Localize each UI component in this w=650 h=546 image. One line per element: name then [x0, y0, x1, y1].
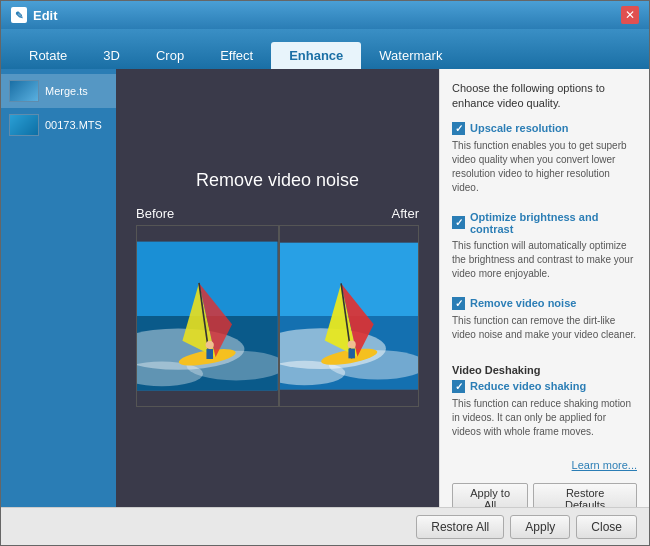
preview-container: Before After	[136, 206, 419, 407]
main-preview-panel: Remove video noise Before After	[116, 69, 439, 507]
learn-more-link[interactable]: Learn more...	[452, 459, 637, 471]
section-header-deshaking: Video Deshaking	[452, 364, 637, 376]
preview-title: Remove video noise	[196, 170, 359, 191]
checkbox-deshaking[interactable]	[452, 380, 465, 393]
sidebar: Merge.ts 00173.MTS	[1, 69, 116, 507]
sidebar-thumb-mts	[9, 114, 39, 136]
window-title: Edit	[33, 8, 58, 23]
option-deshaking: Reduce video shaking This function can r…	[452, 380, 637, 445]
checkbox-upscale[interactable]	[452, 122, 465, 135]
svg-point-20	[347, 340, 355, 348]
title-bar: ✎ Edit ✕	[1, 1, 649, 29]
sidebar-item-mts[interactable]: 00173.MTS	[1, 108, 116, 142]
tab-rotate[interactable]: Rotate	[11, 42, 85, 69]
tab-effect[interactable]: Effect	[202, 42, 271, 69]
title-bar-left: ✎ Edit	[11, 7, 58, 23]
bottom-bar: Restore All Apply Close	[1, 507, 649, 545]
close-button[interactable]: Close	[576, 515, 637, 539]
close-window-button[interactable]: ✕	[621, 6, 639, 24]
apply-to-all-button[interactable]: Apply to All	[452, 483, 528, 507]
sidebar-thumb-merge	[9, 80, 39, 102]
label-brightness[interactable]: Optimize brightness and contrast	[470, 211, 637, 235]
right-panel-intro: Choose the following options to enhance …	[452, 81, 637, 112]
desc-noise: This function can remove the dirt-like v…	[452, 314, 637, 342]
label-upscale[interactable]: Upscale resolution	[470, 122, 568, 134]
edit-icon: ✎	[11, 7, 27, 23]
restore-all-button[interactable]: Restore All	[416, 515, 504, 539]
tab-enhance[interactable]: Enhance	[271, 42, 361, 69]
before-image	[137, 226, 278, 406]
desc-upscale: This function enables you to get superb …	[452, 139, 637, 195]
content-area: Merge.ts 00173.MTS Remove video noise Be…	[1, 69, 649, 507]
option-upscale: Upscale resolution This function enables…	[452, 122, 637, 201]
option-upscale-header: Upscale resolution	[452, 122, 637, 135]
svg-rect-10	[206, 349, 213, 359]
sidebar-item-merge[interactable]: Merge.ts	[1, 74, 116, 108]
option-noise-header: Remove video noise	[452, 297, 637, 310]
tab-watermark[interactable]: Watermark	[361, 42, 460, 69]
sidebar-label-merge: Merge.ts	[45, 85, 88, 97]
desc-deshaking: This function can reduce shaking motion …	[452, 397, 637, 439]
apply-button[interactable]: Apply	[510, 515, 570, 539]
svg-rect-21	[348, 348, 355, 358]
option-brightness: Optimize brightness and contrast This fu…	[452, 211, 637, 287]
after-label: After	[392, 206, 419, 221]
checkbox-brightness[interactable]	[452, 216, 465, 229]
checkbox-noise[interactable]	[452, 297, 465, 310]
tab-3d[interactable]: 3D	[85, 42, 138, 69]
after-image	[278, 226, 419, 406]
label-deshaking[interactable]: Reduce video shaking	[470, 380, 586, 392]
main-window: ✎ Edit ✕ Rotate 3D Crop Effect Enhance W…	[0, 0, 650, 546]
before-label: Before	[136, 206, 174, 221]
preview-split	[136, 225, 419, 407]
option-brightness-header: Optimize brightness and contrast	[452, 211, 637, 235]
option-noise: Remove video noise This function can rem…	[452, 297, 637, 348]
right-panel: Choose the following options to enhance …	[439, 69, 649, 507]
tab-crop[interactable]: Crop	[138, 42, 202, 69]
nav-tabs: Rotate 3D Crop Effect Enhance Watermark	[1, 29, 649, 69]
svg-point-9	[206, 340, 214, 348]
restore-defaults-button[interactable]: Restore Defaults	[533, 483, 637, 507]
sidebar-label-mts: 00173.MTS	[45, 119, 102, 131]
desc-brightness: This function will automatically optimiz…	[452, 239, 637, 281]
secondary-buttons: Apply to All Restore Defaults	[452, 483, 637, 507]
option-deshaking-header: Reduce video shaking	[452, 380, 637, 393]
label-noise[interactable]: Remove video noise	[470, 297, 576, 309]
